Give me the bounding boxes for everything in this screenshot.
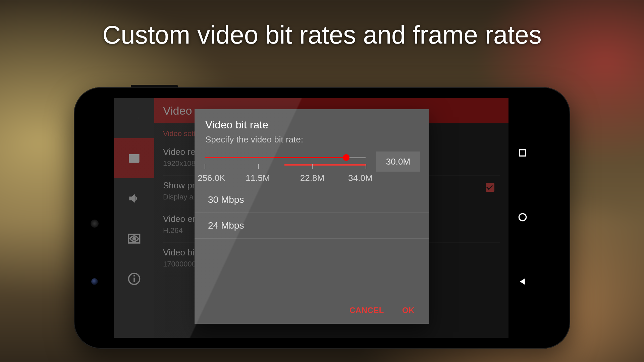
slider-labels: 256.0K11.5M22.8M34.0M xyxy=(203,173,367,184)
slider-track xyxy=(205,157,366,158)
dialog-subtitle: Specify the video bit rate: xyxy=(195,134,429,151)
app-content: Video Video settings Video resolution 19… xyxy=(114,98,508,338)
preset-option[interactable]: 24 Mbps xyxy=(195,213,429,239)
triangle-back-icon xyxy=(517,276,528,287)
home-button[interactable] xyxy=(517,212,528,224)
earpiece xyxy=(91,220,99,228)
preset-option[interactable]: 30 Mbps xyxy=(195,187,429,213)
dialog-title: Video bit rate xyxy=(195,109,429,134)
square-icon xyxy=(517,147,528,158)
phone-screen: Video Video settings Video resolution 19… xyxy=(114,98,537,338)
circle-icon xyxy=(517,212,528,223)
slider-tick-label: 11.5M xyxy=(246,173,270,183)
bitrate-value-field[interactable]: 30.0M xyxy=(376,152,420,172)
slider-tick-label: 22.8M xyxy=(300,173,324,183)
svg-point-5 xyxy=(519,214,526,221)
dialog-actions: CANCEL OK xyxy=(195,298,429,324)
cancel-button[interactable]: CANCEL xyxy=(350,306,384,315)
slider-fill xyxy=(205,157,346,158)
bitrate-dialog: Video bit rate Specify the video bit rat… xyxy=(195,109,429,324)
page-title: Custom video bit rates and frame rates xyxy=(0,20,644,49)
back-button[interactable] xyxy=(517,276,528,288)
bitrate-presets: 30 Mbps 24 Mbps xyxy=(195,184,429,241)
phone-frame: Video Video settings Video resolution 19… xyxy=(74,87,570,349)
slider-thumb[interactable] xyxy=(343,154,350,161)
bitrate-slider[interactable]: 256.0K11.5M22.8M34.0M xyxy=(203,151,367,184)
power-button-ridge xyxy=(131,85,178,87)
svg-rect-4 xyxy=(520,150,526,156)
android-nav-bar xyxy=(508,98,537,338)
recent-apps-button[interactable] xyxy=(517,147,528,160)
ok-button[interactable]: OK xyxy=(402,306,415,315)
slider-tick-label: 34.0M xyxy=(348,173,372,183)
slider-tick-label: 256.0K xyxy=(198,173,225,183)
slider-ticks xyxy=(205,164,366,169)
